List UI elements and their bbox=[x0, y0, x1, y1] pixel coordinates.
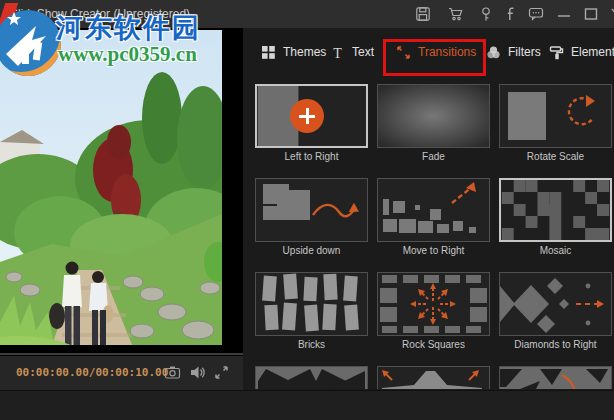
themes-grid-icon bbox=[261, 45, 276, 60]
tab-themes[interactable]: Themes bbox=[261, 41, 326, 63]
player-controls: 00:00:00.00/00:00:10.00 bbox=[0, 356, 243, 390]
cart-icon[interactable] bbox=[448, 6, 464, 22]
transition-label: Diamonds to Right bbox=[499, 339, 612, 350]
transition-thumb[interactable] bbox=[377, 178, 490, 242]
add-transition-button[interactable] bbox=[290, 99, 324, 133]
fullscreen-icon[interactable] bbox=[213, 364, 230, 381]
transitions-grid: Left to Right Fade bbox=[255, 84, 614, 389]
transition-thumb[interactable] bbox=[377, 272, 490, 336]
text-t-icon: T bbox=[330, 45, 345, 60]
minimize-icon[interactable] bbox=[556, 8, 572, 24]
transition-fade[interactable]: Fade bbox=[377, 84, 490, 168]
transition-label: Fade bbox=[377, 151, 490, 162]
transition-thumb[interactable] bbox=[255, 272, 368, 336]
video-preview-panel: 00:00:00.00/00:00:10.00 bbox=[0, 28, 243, 390]
transition-diamonds-to-right[interactable]: Diamonds to Right bbox=[499, 272, 612, 356]
transition-label: Left to Right bbox=[255, 151, 368, 162]
tab-filters-label: Filters bbox=[508, 45, 541, 59]
transition-thumb[interactable] bbox=[499, 84, 612, 148]
key-icon[interactable] bbox=[478, 6, 494, 22]
tab-text[interactable]: T Text bbox=[330, 41, 374, 63]
facebook-icon[interactable] bbox=[503, 6, 519, 22]
tab-elements[interactable]: Elements bbox=[549, 41, 614, 63]
transition-label: Move to Right bbox=[377, 245, 490, 256]
transition-rock-squares[interactable]: Rock Squares bbox=[377, 272, 490, 356]
transition-row4-1[interactable] bbox=[255, 366, 368, 389]
transition-label: Rock Squares bbox=[377, 339, 490, 350]
maximize-icon[interactable] bbox=[583, 6, 599, 22]
tab-filters[interactable]: Filters bbox=[486, 41, 541, 63]
transition-move-to-right[interactable]: Move to Right bbox=[377, 178, 490, 262]
transition-thumb[interactable] bbox=[255, 178, 368, 242]
close-icon[interactable] bbox=[610, 6, 614, 22]
transition-thumb[interactable] bbox=[255, 366, 368, 389]
video-preview-frame bbox=[0, 30, 222, 345]
transition-thumb[interactable] bbox=[377, 84, 490, 148]
transition-label: Mosaic bbox=[499, 245, 612, 256]
transition-arrows-icon bbox=[396, 45, 411, 60]
transition-row4-2[interactable] bbox=[377, 366, 490, 389]
transition-thumb[interactable] bbox=[499, 272, 612, 336]
transition-bricks[interactable]: Bricks bbox=[255, 272, 368, 356]
preview-separator bbox=[0, 353, 243, 355]
transition-label: Bricks bbox=[255, 339, 368, 350]
transition-mosaic[interactable]: Mosaic bbox=[499, 178, 612, 262]
transition-row4-3[interactable] bbox=[499, 366, 612, 389]
snapshot-icon[interactable] bbox=[164, 364, 181, 381]
tab-text-label: Text bbox=[352, 45, 374, 59]
transition-thumb[interactable] bbox=[499, 366, 612, 389]
tab-transitions[interactable]: Transitions bbox=[396, 41, 476, 63]
filters-circles-icon bbox=[486, 45, 501, 60]
volume-icon[interactable] bbox=[189, 364, 206, 381]
transition-rotate-scale[interactable]: Rotate Scale bbox=[499, 84, 612, 168]
svg-text:T: T bbox=[333, 45, 342, 60]
tab-themes-label: Themes bbox=[283, 45, 326, 59]
transition-upside-down[interactable]: Upside down bbox=[255, 178, 368, 262]
transition-thumb[interactable] bbox=[377, 366, 490, 389]
window-title: SlideShow Creator (Unregistered) bbox=[10, 7, 190, 21]
save-icon[interactable] bbox=[415, 6, 431, 22]
transition-thumb[interactable] bbox=[255, 84, 368, 148]
transition-label: Rotate Scale bbox=[499, 151, 612, 162]
feedback-icon[interactable] bbox=[528, 6, 544, 22]
slideshow-creator-window: SlideShow Creator (Unregistered) bbox=[0, 0, 614, 420]
timecode: 00:00:00.00/00:00:10.00 bbox=[16, 366, 168, 379]
tab-elements-label: Elements bbox=[571, 45, 614, 59]
transition-left-to-right[interactable]: Left to Right bbox=[255, 84, 368, 168]
window-footer bbox=[0, 390, 614, 420]
transition-thumb[interactable] bbox=[499, 178, 612, 242]
tab-transitions-label: Transitions bbox=[418, 45, 476, 59]
paint-roller-icon bbox=[549, 45, 564, 60]
titlebar: SlideShow Creator (Unregistered) bbox=[0, 0, 614, 28]
transitions-panel: Themes T Text Transitions bbox=[243, 28, 614, 390]
transition-label: Upside down bbox=[255, 245, 368, 256]
